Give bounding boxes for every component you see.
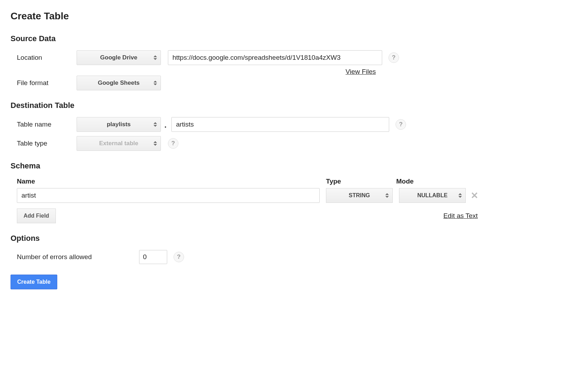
location-select-value: Google Drive — [100, 54, 137, 61]
table-type-select-value: External table — [99, 140, 138, 147]
errors-allowed-label: Number of errors allowed — [17, 253, 115, 261]
help-icon[interactable]: ? — [168, 138, 178, 149]
schema-mode-value: NULLABLE — [417, 192, 447, 199]
updown-icon — [385, 193, 389, 198]
schema-type-header: Type — [326, 178, 396, 185]
file-format-select-value: Google Sheets — [98, 79, 139, 86]
dot-separator: . — [164, 121, 166, 132]
schema-field-row: STRING NULLABLE ✕ — [11, 188, 577, 203]
help-icon[interactable]: ? — [396, 119, 406, 130]
schema-type-value: STRING — [349, 192, 370, 199]
create-table-button[interactable]: Create Table — [11, 275, 57, 289]
page-title: Create Table — [11, 11, 577, 22]
add-field-button[interactable]: Add Field — [17, 208, 56, 223]
location-label: Location — [17, 54, 77, 62]
destination-table-heading: Destination Table — [11, 101, 577, 110]
file-format-select[interactable]: Google Sheets — [77, 76, 161, 90]
file-format-label: File format — [17, 79, 77, 87]
updown-icon — [153, 81, 157, 85]
options-heading: Options — [11, 234, 577, 243]
dataset-select[interactable]: playlists — [77, 117, 161, 132]
updown-icon — [153, 141, 157, 146]
dataset-select-value: playlists — [107, 121, 131, 128]
table-name-input[interactable] — [171, 117, 389, 132]
errors-allowed-input[interactable] — [139, 250, 167, 264]
view-files-link[interactable]: View Files — [346, 68, 376, 76]
table-type-select: External table — [77, 136, 161, 151]
schema-mode-select[interactable]: NULLABLE — [399, 188, 466, 203]
location-select[interactable]: Google Drive — [77, 50, 161, 65]
updown-icon — [153, 56, 157, 60]
edit-as-text-link[interactable]: Edit as Text — [443, 212, 478, 220]
updown-icon — [153, 122, 157, 127]
schema-name-input[interactable] — [17, 188, 320, 203]
schema-type-select[interactable]: STRING — [326, 188, 393, 203]
table-name-label: Table name — [17, 121, 77, 128]
table-type-label: Table type — [17, 140, 77, 147]
source-url-input[interactable] — [168, 50, 382, 65]
help-icon[interactable]: ? — [174, 252, 184, 262]
schema-heading: Schema — [11, 161, 577, 171]
schema-mode-header: Mode — [396, 178, 466, 185]
source-data-heading: Source Data — [11, 34, 577, 43]
help-icon[interactable]: ? — [388, 52, 399, 63]
remove-field-icon[interactable]: ✕ — [471, 190, 478, 201]
schema-name-header: Name — [17, 178, 326, 185]
updown-icon — [458, 193, 462, 198]
